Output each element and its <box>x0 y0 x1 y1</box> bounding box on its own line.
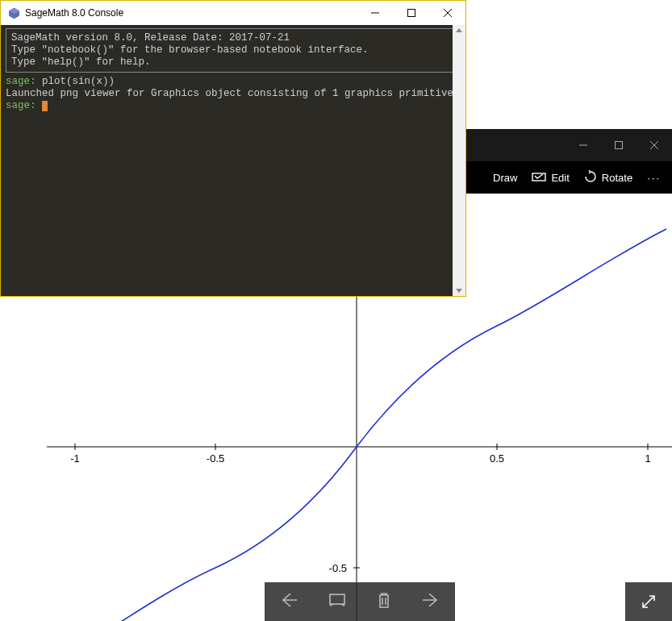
console-titlebar[interactable]: SageMath 8.0 Console <box>1 1 465 25</box>
prompt: sage: <box>6 100 36 111</box>
next-button[interactable] <box>423 593 439 611</box>
rotate-label: Rotate <box>602 172 632 184</box>
console-line-1: sage: plot(sin(x)) <box>6 76 461 88</box>
delete-button[interactable] <box>378 592 390 611</box>
tick-pos1: 1 <box>645 452 650 465</box>
svg-rect-14 <box>407 10 415 17</box>
fullscreen-button[interactable] <box>625 582 672 621</box>
draw-label: Draw <box>493 172 517 184</box>
banner-line2: Type "notebook()" for the browser-based … <box>11 44 369 56</box>
tick-neg05: -0.5 <box>207 452 224 465</box>
maximize-button[interactable] <box>601 129 637 161</box>
maximize-button[interactable] <box>393 1 429 25</box>
banner-line1: SageMath version 8.0, Release Date: 2017… <box>11 32 290 44</box>
minimize-button[interactable] <box>357 1 393 25</box>
rotate-button[interactable]: Rotate <box>584 170 632 185</box>
photos-bottom-toolbar <box>265 582 455 621</box>
sagemath-icon <box>7 6 20 19</box>
command-text: plot(sin(x)) <box>36 76 115 87</box>
sagemath-console-window: SageMath 8.0 Console SageMath version 8.… <box>0 0 466 297</box>
console-line-2: sage: <box>6 100 461 112</box>
banner-line3: Type "help()" for help. <box>11 56 151 68</box>
edit-icon <box>532 171 546 185</box>
console-body[interactable]: SageMath version 8.0, Release Date: 2017… <box>1 25 465 296</box>
tick-yneg05: -0.5 <box>329 562 347 574</box>
scrollbar[interactable] <box>453 25 465 296</box>
prompt: sage: <box>6 76 36 87</box>
more-icon: ··· <box>647 172 661 184</box>
rotate-icon <box>584 170 597 185</box>
more-button[interactable]: ··· <box>647 172 661 184</box>
tick-pos05: 0.5 <box>490 452 504 465</box>
console-banner: SageMath version 8.0, Release Date: 2017… <box>6 28 461 73</box>
cursor <box>42 101 48 111</box>
close-button[interactable] <box>637 129 672 161</box>
prev-button[interactable] <box>281 593 297 611</box>
edit-label: Edit <box>551 172 569 184</box>
close-button[interactable] <box>429 1 465 25</box>
console-output: Launched png viewer for Graphics object … <box>6 88 461 100</box>
console-title: SageMath 8.0 Console <box>25 7 357 19</box>
edit-button[interactable]: Edit <box>532 171 569 185</box>
tick-neg1: -1 <box>70 452 80 465</box>
svg-rect-1 <box>616 142 623 149</box>
minimize-button[interactable] <box>566 129 601 161</box>
slideshow-button[interactable] <box>329 594 345 610</box>
draw-button[interactable]: Draw <box>493 172 517 184</box>
svg-rect-10 <box>330 594 344 604</box>
